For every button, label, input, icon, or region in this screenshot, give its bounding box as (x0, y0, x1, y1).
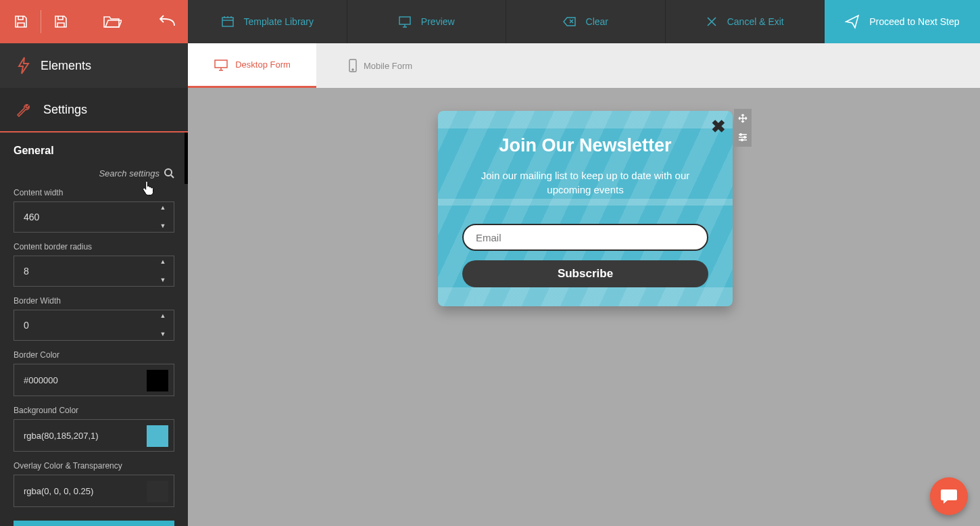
settings-action-button[interactable] (14, 521, 174, 526)
svg-point-5 (352, 69, 353, 70)
settings-label: Settings (43, 103, 87, 117)
wrench-icon (16, 102, 32, 117)
content-border-radius-value: 8 (24, 266, 29, 277)
top-toolbar: Template Library Preview Clear Cancel & … (0, 0, 980, 43)
content-width-spinner: ▲ ▼ (156, 205, 170, 229)
increment-icon[interactable]: ▲ (156, 259, 170, 265)
border-color-label: Border Color (14, 350, 174, 360)
chat-widget-button[interactable] (930, 477, 968, 515)
decrement-icon[interactable]: ▼ (156, 331, 170, 337)
subscribe-label: Subscribe (558, 267, 613, 281)
increment-icon[interactable]: ▲ (156, 205, 170, 211)
overlay-color-input[interactable]: rgba(0, 0, 0, 0.25) (14, 475, 174, 507)
border-color-swatch[interactable] (147, 370, 168, 391)
settings-sliders-icon[interactable] (734, 128, 752, 147)
search-placeholder-text: Search settings (99, 168, 160, 178)
preview-button[interactable]: Preview (347, 0, 507, 43)
popup-close-icon[interactable]: ✖ (711, 116, 726, 137)
svg-point-2 (165, 169, 172, 176)
tab-mobile-form[interactable]: Mobile Form (316, 43, 445, 88)
popup-preview[interactable]: ✖ Join Our Newsletter Join our mailing l… (438, 111, 733, 306)
content-width-value: 460 (24, 212, 39, 222)
overlay-color-value: rgba(0, 0, 0, 0.25) (24, 486, 93, 496)
decorative-stripe (438, 111, 733, 128)
popup-side-controls (734, 109, 752, 147)
svg-rect-3 (215, 60, 227, 68)
desktop-icon (214, 59, 228, 71)
popup-title: Join Our Newsletter (462, 135, 708, 156)
tab-mobile-label: Mobile Form (364, 61, 412, 71)
clear-label: Clear (586, 16, 608, 27)
border-width-input[interactable]: 0 ▲ ▼ (14, 310, 174, 341)
settings-search[interactable]: Search settings (14, 168, 174, 178)
close-icon (706, 16, 718, 28)
popup-email-input[interactable] (462, 224, 708, 251)
svg-point-7 (744, 137, 746, 139)
template-library-button[interactable]: Template Library (188, 0, 347, 43)
undo-icon[interactable] (153, 7, 181, 36)
preview-icon (398, 16, 412, 28)
background-color-value: rgba(80,185,207,1) (24, 431, 99, 441)
popup-subtitle: Join our mailing list to keep up to date… (462, 168, 708, 197)
border-color-input[interactable]: #000000 (14, 364, 174, 396)
svg-point-6 (740, 134, 742, 136)
elements-label: Elements (41, 59, 91, 73)
template-library-label: Template Library (244, 16, 314, 27)
decrement-icon[interactable]: ▼ (156, 277, 170, 283)
tab-desktop-label: Desktop Form (235, 59, 291, 70)
border-width-spinner: ▲ ▼ (156, 313, 170, 337)
cancel-exit-label: Cancel & Exit (727, 16, 784, 27)
proceed-button[interactable]: Proceed to Next Step (825, 0, 980, 43)
sidebar: Elements Settings General Search setting… (0, 43, 188, 526)
content-border-radius-spinner: ▲ ▼ (156, 259, 170, 283)
increment-icon[interactable]: ▲ (156, 313, 170, 319)
lightning-icon (16, 57, 30, 74)
cancel-exit-button[interactable]: Cancel & Exit (666, 0, 825, 43)
svg-rect-0 (222, 18, 233, 26)
send-icon (845, 14, 860, 29)
sidebar-tab-settings[interactable]: Settings (0, 88, 188, 133)
clear-button[interactable]: Clear (506, 0, 666, 43)
settings-panel: General Search settings Content width 46… (0, 133, 188, 526)
save-icon[interactable] (7, 7, 35, 36)
overlay-color-swatch[interactable] (147, 481, 168, 502)
settings-section-title: General (14, 145, 174, 157)
sidebar-tab-elements[interactable]: Elements (0, 43, 188, 88)
border-color-value: #000000 (24, 375, 58, 385)
border-width-label: Border Width (14, 296, 174, 306)
svg-point-8 (741, 139, 743, 141)
proceed-label: Proceed to Next Step (869, 16, 959, 27)
search-icon (164, 168, 174, 178)
svg-rect-1 (399, 17, 410, 24)
content-width-label: Content width (14, 188, 174, 197)
decrement-icon[interactable]: ▼ (156, 223, 170, 229)
canvas: Desktop Form Mobile Form ✖ Join Our News… (188, 43, 980, 526)
tab-desktop-form[interactable]: Desktop Form (188, 43, 316, 88)
open-folder-icon[interactable] (98, 7, 126, 36)
content-border-radius-label: Content border radius (14, 242, 174, 252)
border-width-value: 0 (24, 320, 29, 331)
content-border-radius-input[interactable]: 8 ▲ ▼ (14, 256, 174, 287)
toolbar-divider (41, 10, 41, 33)
popup-preview-wrap: ✖ Join Our Newsletter Join our mailing l… (438, 111, 733, 306)
mobile-icon (349, 59, 357, 72)
device-tabs: Desktop Form Mobile Form (188, 43, 980, 88)
decorative-stripe (438, 287, 733, 306)
background-color-input[interactable]: rgba(80,185,207,1) (14, 419, 174, 452)
content-width-input[interactable]: 460 ▲ ▼ (14, 201, 174, 233)
toolbar-file-group (0, 0, 188, 43)
toolbar-actions: Template Library Preview Clear Cancel & … (188, 0, 980, 43)
background-color-label: Background Color (14, 406, 174, 415)
chat-icon (939, 487, 958, 505)
background-color-swatch[interactable] (147, 425, 168, 447)
popup-subscribe-button[interactable]: Subscribe (462, 260, 708, 287)
preview-label: Preview (421, 16, 455, 27)
overlay-label: Overlay Color & Transparency (14, 461, 174, 471)
decorative-stripe (438, 199, 733, 206)
clear-icon (563, 16, 577, 27)
save-as-icon[interactable] (47, 7, 75, 36)
library-icon (221, 15, 235, 28)
move-handle-icon[interactable] (734, 109, 752, 128)
